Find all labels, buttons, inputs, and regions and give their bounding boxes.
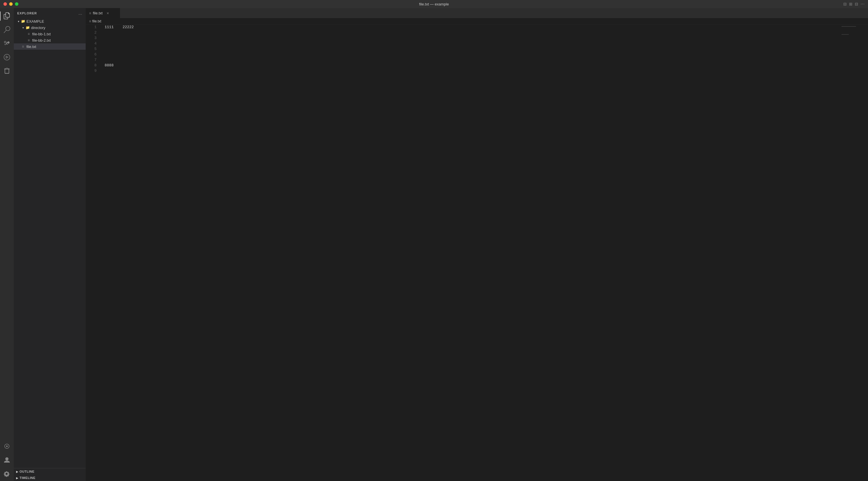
layout2-icon[interactable]: ⊟ <box>855 2 858 6</box>
extensions-icon <box>3 67 10 75</box>
line-number-2: 2 <box>86 30 97 35</box>
activity-explorer[interactable] <box>0 9 14 23</box>
explorer-icon <box>3 12 10 20</box>
activity-remote[interactable] <box>0 440 14 453</box>
editor-content[interactable]: 1 2 3 4 5 6 7 8 9 1111 22222 8888 <box>86 25 868 481</box>
line-number-6: 6 <box>86 52 97 57</box>
sidebar: EXPLORER ... ▾ 📁 EXAMPLE ▾ 📁 directory ≡… <box>14 8 86 481</box>
sidebar-content: ▾ 📁 EXAMPLE ▾ 📁 directory ≡ file-bb-1.tx… <box>14 18 86 468</box>
chevron-right-icon: ▶ <box>16 476 19 480</box>
chevron-down-icon: ▾ <box>16 19 21 24</box>
split-icon[interactable]: ⊞ <box>849 2 852 6</box>
titlebar-right-icons: ⊟ ⊞ ⊟ ⋯ <box>843 2 865 6</box>
tree-label-file-bb-1: file-bb-1.txt <box>32 32 51 36</box>
more-actions-button[interactable]: ... <box>79 11 82 16</box>
folder-icon: 📁 <box>25 25 30 30</box>
editor-area: ≡ file.txt × ≡ file.txt 1 2 3 4 5 6 7 <box>86 8 868 481</box>
breadcrumb-file: ≡ file.txt <box>89 19 101 23</box>
code-line-5 <box>104 46 839 52</box>
tab-bar: ≡ file.txt × <box>86 8 868 18</box>
layout-icon[interactable]: ⊟ <box>843 2 847 6</box>
activity-accounts[interactable] <box>0 453 14 467</box>
tree-item-file-bb-1[interactable]: ≡ file-bb-1.txt <box>14 31 86 37</box>
chevron-down-icon: ▾ <box>21 25 25 30</box>
settings-icon <box>3 470 10 478</box>
code-line-1: 1111 22222 <box>104 25 839 30</box>
line-number-3: 3 <box>86 35 97 41</box>
source-control-icon <box>3 40 10 48</box>
window-title: file.txt — example <box>419 2 449 6</box>
line-number-4: 4 <box>86 41 97 46</box>
outline-label: OUTLINE <box>20 470 34 473</box>
accounts-icon <box>3 456 10 464</box>
code-line-8: 8888 <box>104 63 839 68</box>
file-icon: ≡ <box>26 38 31 42</box>
main-layout: EXPLORER ... ▾ 📁 EXAMPLE ▾ 📁 directory ≡… <box>0 8 868 481</box>
tree-root-label: EXAMPLE <box>26 19 44 24</box>
line-number-8: 8 <box>86 63 97 68</box>
menu-icon[interactable]: ⋯ <box>861 2 865 6</box>
chevron-right-icon: ▶ <box>16 470 19 473</box>
line-number-5: 5 <box>86 46 97 52</box>
code-line-4 <box>104 41 839 46</box>
line-number-7: 7 <box>86 57 97 63</box>
activity-extensions[interactable] <box>0 64 14 78</box>
search-icon <box>3 26 10 34</box>
tab-file-icon: ≡ <box>89 11 91 15</box>
file-icon: ≡ <box>26 32 31 36</box>
remote-icon <box>3 443 10 451</box>
breadcrumb-file-icon: ≡ <box>89 19 91 23</box>
maximize-button[interactable] <box>15 2 19 6</box>
code-editor[interactable]: 1111 22222 8888 <box>100 25 839 481</box>
tab-file-txt[interactable]: ≡ file.txt × <box>86 8 120 18</box>
sidebar-header: EXPLORER ... <box>14 8 86 18</box>
tab-close-button[interactable]: × <box>105 11 110 15</box>
timeline-section-header[interactable]: ▶ TIMELINE <box>14 475 86 481</box>
code-line-6 <box>104 52 839 57</box>
sidebar-title: EXPLORER <box>17 11 37 15</box>
code-line-9 <box>104 68 839 73</box>
tree-label-file-txt: file.txt <box>26 44 36 49</box>
sidebar-bottom: ▶ OUTLINE ▶ TIMELINE <box>14 468 86 481</box>
tree-item-file-bb-2[interactable]: ≡ file-bb-2.txt <box>14 37 86 43</box>
code-line-2 <box>104 30 839 35</box>
activity-source-control[interactable] <box>0 37 14 51</box>
file-txt-icon: ≡ <box>21 44 25 49</box>
svg-point-0 <box>6 445 8 447</box>
line-number-1: 1 <box>86 25 97 30</box>
activity-bar <box>0 8 14 481</box>
tree-root-example[interactable]: ▾ 📁 EXAMPLE <box>14 18 86 25</box>
activity-search[interactable] <box>0 23 14 37</box>
code-line-3 <box>104 35 839 41</box>
tree-item-file-txt[interactable]: ≡ file.txt <box>14 43 86 50</box>
code-line-7 <box>104 57 839 63</box>
breadcrumb: ≡ file.txt <box>86 18 868 25</box>
minimize-button[interactable] <box>9 2 13 6</box>
outline-section-header[interactable]: ▶ OUTLINE <box>14 468 86 475</box>
tree-item-directory[interactable]: ▾ 📁 directory <box>14 25 86 31</box>
titlebar: file.txt — example ⊟ ⊞ ⊟ ⋯ <box>0 0 868 8</box>
line-number-9: 9 <box>86 68 97 73</box>
tab-label: file.txt <box>93 11 103 15</box>
folder-open-icon: 📁 <box>21 19 25 24</box>
tree-label-file-bb-2: file-bb-2.txt <box>32 38 51 42</box>
tree-label-directory: directory <box>31 26 45 30</box>
minimap <box>839 25 868 481</box>
timeline-label: TIMELINE <box>20 476 35 480</box>
activity-run[interactable] <box>0 51 14 64</box>
run-icon <box>3 54 10 62</box>
breadcrumb-file-label: file.txt <box>92 19 101 23</box>
traffic-lights <box>3 2 19 6</box>
line-numbers: 1 2 3 4 5 6 7 8 9 <box>86 25 100 481</box>
close-button[interactable] <box>3 2 7 6</box>
activity-settings[interactable] <box>0 467 14 481</box>
